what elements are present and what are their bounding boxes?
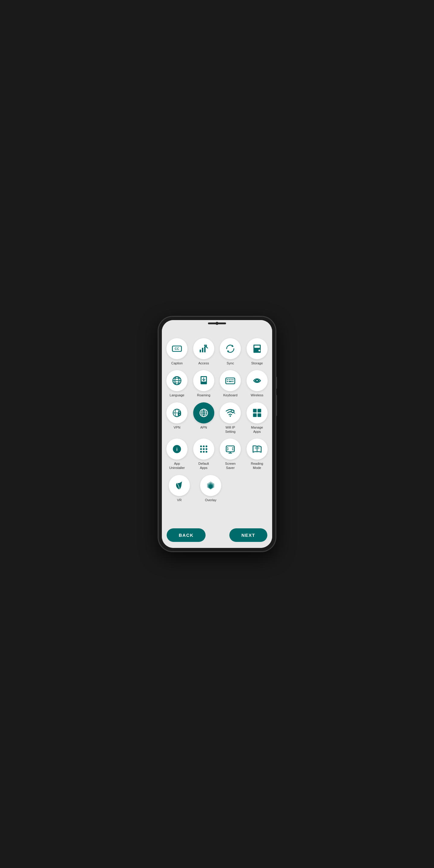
roaming-item[interactable]: Roaming [192,370,216,397]
overlay-item[interactable]: Overlay [196,475,225,502]
overlay-icon-circle [200,475,221,496]
vpn-icon-circle [166,402,187,424]
caption-label: Caption [171,361,183,365]
phone-screen: CC Caption [162,320,272,548]
vr-icon-circle [169,475,190,496]
svg-rect-2 [199,350,201,352]
default-apps-icon-circle [193,438,214,460]
keyboard-label: Keyboard [223,393,238,397]
svg-rect-17 [226,378,235,384]
speaker [208,322,226,324]
manage-apps-item[interactable]: ManageApps [245,402,270,434]
caption-icon-circle: CC [166,338,187,359]
language-label: Language [170,393,184,397]
apn-item[interactable]: APN [192,402,216,434]
storage-icon-circle [247,338,268,359]
keyboard-item[interactable]: Keyboard [218,370,243,397]
svg-rect-18 [227,379,228,380]
sync-item[interactable]: Sync [218,338,243,365]
svg-text:i: i [176,447,178,452]
language-icon-circle [166,370,187,391]
grid-row-3: VPN APN [165,402,269,434]
phone-frame: CC Caption [158,316,276,552]
svg-line-38 [234,412,235,413]
vpn-icon [172,407,182,418]
roaming-icon [198,375,209,386]
sync-icon-circle [220,338,241,359]
svg-rect-54 [226,446,235,452]
volume-button [276,395,277,416]
app-uninstaller-item[interactable]: i AppUninstaller [165,438,189,470]
wifi-ip-item[interactable]: Wifi IPSetting [218,402,243,434]
sync-icon [225,343,236,354]
grid-row-2: Language Roaming [165,370,269,397]
svg-rect-21 [232,379,234,380]
back-button[interactable]: BACK [167,528,206,542]
next-button[interactable]: NEXT [229,528,267,542]
svg-line-58 [255,447,256,447]
svg-rect-4 [204,347,206,352]
default-apps-item[interactable]: DefaultApps [192,438,216,470]
vpn-item[interactable]: VPN [165,402,189,434]
svg-point-36 [230,415,231,417]
language-icon [172,375,182,386]
screen-saver-icon [225,444,236,455]
app-uninstaller-icon-circle: i [166,438,187,460]
svg-rect-7 [254,346,260,348]
grid-row-1: CC Caption [165,338,269,365]
svg-rect-41 [253,413,256,417]
reading-mode-icon-circle [247,438,268,460]
manage-apps-label: ManageApps [251,425,263,434]
access-icon-circle [193,338,214,359]
grid-row-4: i AppUninstaller [165,438,269,470]
vr-label: VR [177,498,181,502]
wifi-ip-icon-circle [220,402,241,424]
power-button [276,377,277,389]
reading-mode-icon [252,444,262,455]
wireless-icon-circle [247,370,268,391]
wireless-item[interactable]: Wireless [245,370,270,397]
svg-rect-39 [253,409,256,412]
svg-point-46 [203,445,205,447]
caption-item[interactable]: CC Caption [165,338,189,365]
svg-point-52 [203,451,205,453]
default-apps-icon [198,444,209,455]
access-item[interactable]: Access [192,338,216,365]
screen-saver-label: ScreenSaver [225,461,236,470]
svg-point-51 [200,451,202,453]
apn-icon-circle [193,402,214,424]
overlay-icon [205,480,216,491]
screen-saver-icon-circle [220,438,241,460]
manage-apps-icon-circle [247,402,268,424]
svg-rect-20 [230,379,232,380]
wifi-ip-icon [225,407,236,418]
roaming-icon-circle [193,370,214,391]
storage-label: Storage [251,361,263,365]
wireless-icon [252,375,262,386]
keyboard-icon [225,375,236,386]
vr-item[interactable]: VR [165,475,194,502]
svg-line-60 [257,447,259,447]
svg-point-45 [200,445,202,447]
svg-rect-23 [229,381,232,382]
svg-point-8 [258,350,260,351]
vpn-label: VPN [174,425,181,430]
access-label: Access [198,361,209,365]
screen-saver-item[interactable]: ScreenSaver [218,438,243,470]
svg-point-53 [206,451,207,453]
svg-text:CC: CC [175,347,180,350]
storage-item[interactable]: Storage [245,338,270,365]
language-item[interactable]: Language [165,370,189,397]
keyboard-icon-circle [220,370,241,391]
svg-rect-3 [202,348,204,352]
caption-icon: CC [172,343,182,354]
apn-icon [198,407,209,418]
storage-icon [252,343,262,354]
app-uninstaller-label: AppUninstaller [169,461,185,470]
svg-point-49 [203,448,205,450]
vr-icon [174,480,185,491]
bottom-bar: BACK NEXT [162,525,272,548]
app-uninstaller-icon: i [172,444,182,455]
reading-mode-item[interactable]: ReadingMode [245,438,270,470]
svg-point-47 [206,445,207,447]
